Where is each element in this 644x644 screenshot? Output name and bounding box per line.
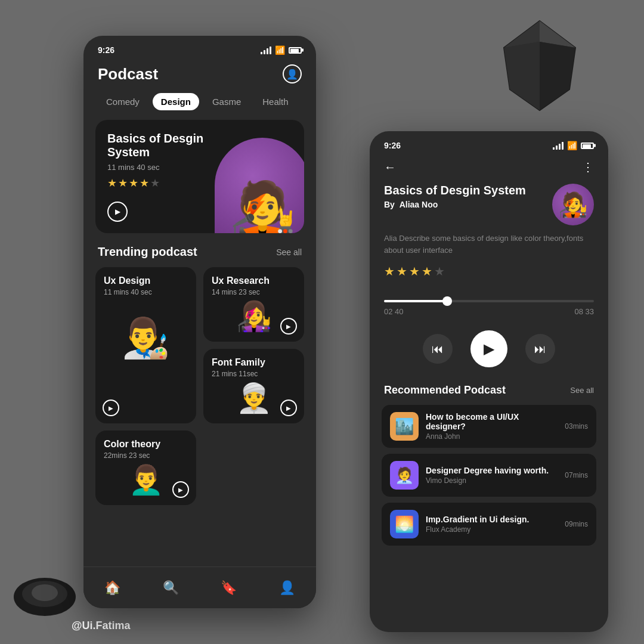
trend-ux-design-play[interactable]: ▶: [103, 400, 119, 416]
bottom-nav: 🏠 🔍 🔖 👤: [83, 566, 316, 608]
player-top: Basics of Desgin System By Aliaa Noo 🧑‍🎤: [384, 184, 594, 225]
progress-bar[interactable]: [384, 300, 594, 302]
player-nav-row: ← ⋮: [370, 155, 608, 184]
nav-bookmark[interactable]: 🔖: [200, 580, 258, 596]
rec-info-1: Designer Degree having worth. Vimo Desig…: [426, 466, 558, 485]
left-title-row: Podcast 👤: [83, 60, 316, 93]
current-time: 02 40: [384, 307, 404, 316]
star-1: ★: [107, 177, 117, 190]
profile-icon: 👤: [279, 580, 295, 596]
deco-diamond: [501, 18, 578, 116]
category-tabs: Comedy Design Gasme Health: [83, 93, 316, 120]
trend-font-family-play[interactable]: ▶: [280, 400, 297, 416]
progress-times: 02 40 08 33: [384, 307, 594, 316]
featured-play-button[interactable]: ▶: [107, 202, 128, 222]
rec-duration-0: 03mins: [565, 422, 588, 431]
featured-title: Basics of Desgin System: [107, 132, 209, 159]
rec-author-0: Anna John: [426, 432, 558, 441]
player-controls: ⏮ ▶ ⏭: [370, 321, 608, 379]
right-status-bar: 9:26 📶: [370, 131, 608, 155]
rec-thumb-1: 🧑‍💼: [390, 461, 419, 490]
rec-author-2: Flux Academy: [426, 525, 558, 534]
recommended-see-all[interactable]: See all: [570, 386, 594, 395]
featured-avatar: 🧑‍🎤: [215, 138, 304, 233]
trending-grid: Ux Design 11 mins 40 sec 👨‍🎨 ▶ Ux Resear…: [83, 267, 316, 505]
rec-thumb-2: 🌅: [390, 510, 419, 538]
trend-font-family: Font Family 21 mins 11sec 👳‍♂️ ▶: [203, 349, 304, 423]
battery-icon: [289, 47, 302, 54]
trend-ux-research-name: Ux Research: [212, 275, 296, 286]
trend-color-theory-name: Color theory: [104, 439, 188, 450]
trend-ux-research-duration: 14 mins 23 sec: [212, 288, 296, 296]
left-phone: 9:26 📶 Podcast 👤 Comedy Desig: [83, 36, 316, 608]
rec-duration-2: 09mins: [565, 520, 588, 528]
recommended-label: Recommended Podcast: [384, 384, 506, 397]
rec-name-1: Designer Degree having worth.: [426, 466, 558, 475]
nav-search[interactable]: 🔍: [142, 580, 200, 596]
rec-item-0: 🏙️ How to become a UI/UX designer? Anna …: [382, 405, 596, 448]
tab-health[interactable]: Health: [254, 93, 296, 110]
rewind-button[interactable]: ⏮: [423, 334, 453, 364]
rec-duration-1: 07mins: [565, 471, 588, 479]
recommended-header: Recommended Podcast See all: [370, 379, 608, 405]
tab-design[interactable]: Design: [153, 93, 199, 110]
left-status-icons: 📶: [261, 45, 302, 55]
player-stars: ★ ★ ★ ★ ★: [384, 264, 594, 278]
total-time: 08 33: [574, 307, 594, 316]
fast-forward-button[interactable]: ⏭: [525, 334, 555, 364]
trend-ux-research-play[interactable]: ▶: [280, 318, 297, 335]
more-button[interactable]: ⋮: [582, 160, 594, 174]
trend-ux-design-duration: 11 mins 40 sec: [104, 288, 188, 296]
recommended-list: 🏙️ How to become a UI/UX designer? Anna …: [370, 405, 608, 546]
play-pause-button[interactable]: ▶: [470, 330, 507, 367]
progress-section: 02 40 08 33: [370, 290, 608, 321]
player-author: By Aliaa Noo: [384, 200, 552, 209]
svg-marker-3: [540, 42, 575, 110]
deco-donut: [12, 576, 78, 620]
p-star-half: ★: [422, 264, 432, 278]
left-status-bar: 9:26 📶: [83, 36, 316, 60]
left-time: 9:26: [98, 45, 114, 55]
trend-font-family-name: Font Family: [212, 357, 296, 368]
nav-profile[interactable]: 👤: [258, 580, 317, 596]
right-signal-icon: [553, 142, 564, 150]
trend-color-theory-play[interactable]: ▶: [172, 481, 189, 498]
progress-thumb[interactable]: [442, 296, 452, 306]
featured-card: Basics of Desgin System 11 mins 40 sec ★…: [95, 120, 304, 233]
right-wifi-icon: 📶: [567, 141, 577, 150]
wifi-icon: 📶: [275, 45, 285, 55]
nav-home[interactable]: 🏠: [83, 580, 142, 596]
player-title: Basics of Desgin System: [384, 184, 552, 197]
right-battery-icon: [581, 143, 594, 149]
right-status-icons: 📶: [553, 141, 594, 150]
right-time: 9:26: [384, 141, 401, 150]
p-star-2: ★: [397, 264, 407, 278]
star-2: ★: [118, 177, 128, 190]
signal-icon: [261, 47, 271, 54]
player-section: Basics of Desgin System By Aliaa Noo 🧑‍🎤…: [370, 184, 608, 290]
p-star-1: ★: [384, 264, 395, 278]
bookmark-icon: 🔖: [221, 580, 237, 596]
trending-label: Trending podcast: [98, 245, 197, 259]
author-prefix: By: [384, 200, 395, 209]
p-star-3: ★: [409, 264, 420, 278]
trending-header: Trending podcast See all: [83, 245, 316, 267]
rec-info-0: How to become a UI/UX designer? Anna Joh…: [426, 412, 558, 441]
svg-marker-4: [504, 42, 540, 110]
rec-name-0: How to become a UI/UX designer?: [426, 412, 558, 431]
left-profile-button[interactable]: 👤: [283, 64, 302, 83]
tab-comedy[interactable]: Comedy: [98, 93, 148, 110]
trend-font-family-duration: 21 mins 11sec: [212, 370, 296, 378]
left-app-title: Podcast: [98, 65, 158, 83]
rec-item-1: 🧑‍💼 Designer Degree having worth. Vimo D…: [382, 454, 596, 497]
back-button[interactable]: ←: [384, 160, 396, 174]
trend-ux-design-name: Ux Design: [104, 275, 188, 286]
player-info: Basics of Desgin System By Aliaa Noo: [384, 184, 552, 209]
player-avatar: 🧑‍🎤: [552, 184, 594, 225]
svg-point-7: [32, 584, 58, 601]
rec-thumb-0: 🏙️: [390, 412, 419, 441]
tab-gasme[interactable]: Gasme: [204, 93, 249, 110]
star-empty: ★: [150, 177, 160, 190]
trend-color-theory-duration: 22mins 23 sec: [104, 451, 188, 460]
trending-see-all[interactable]: See all: [276, 247, 302, 257]
